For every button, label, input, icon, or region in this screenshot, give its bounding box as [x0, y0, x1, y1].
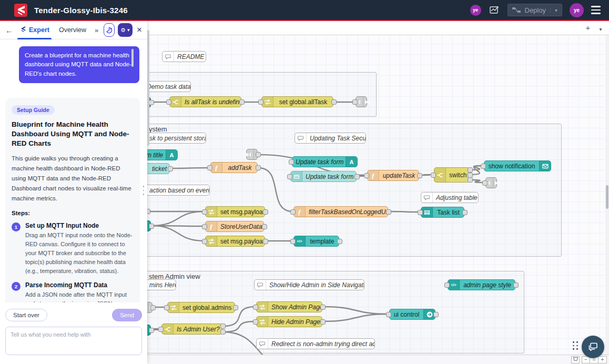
node-cmtupdating[interactable]: Updating Task Securely	[295, 133, 366, 144]
node-updtitle[interactable]: Update task form titleA	[292, 156, 358, 167]
scrollbar-thumb[interactable]	[606, 185, 608, 209]
node-port[interactable]	[202, 239, 207, 244]
node-cmtredirect[interactable]: Redirect is non-admin trying direct acce…	[256, 338, 375, 349]
node-storeuser[interactable]: ƒStoreUserData	[205, 221, 264, 232]
flowfuse-logo[interactable]	[14, 4, 27, 17]
node-cmtshowhide[interactable]: Show/Hide Admin in Side Navigation	[254, 279, 364, 290]
avatar-large[interactable]: ye	[570, 3, 584, 17]
node-port[interactable]	[149, 328, 154, 333]
node-showadmin[interactable]: Show Admin Page	[256, 301, 322, 312]
deploy-caret-icon[interactable]: ▾	[550, 7, 557, 13]
node-shownotif[interactable]: show notification	[484, 160, 551, 171]
settings-dropdown-button[interactable]: ⚙ ▾	[118, 23, 133, 37]
node-port[interactable]	[256, 165, 261, 170]
node-setadmins[interactable]: set global.admins	[167, 302, 235, 313]
panel-resize-grip[interactable]	[143, 186, 145, 195]
node-port[interactable]	[253, 305, 258, 310]
main-menu-icon[interactable]	[591, 6, 601, 14]
chat-scrollbar-thumb[interactable]	[131, 49, 134, 67]
node-addtask[interactable]: ƒaddTask	[210, 162, 258, 173]
node-port[interactable]	[289, 159, 294, 165]
node-alltask[interactable]: Is allTask is undefined	[169, 96, 241, 107]
node-readme[interactable]: README	[162, 51, 206, 62]
node-port[interactable]	[150, 305, 156, 310]
node-updatetask[interactable]: ƒupdateTask	[367, 170, 419, 181]
node-port[interactable]	[418, 210, 423, 215]
fab-drag-handle[interactable]	[573, 341, 578, 350]
usage-pie-button[interactable]	[104, 23, 114, 37]
node-hideadmin[interactable]: Hide Admin Page	[256, 316, 322, 327]
node-port[interactable]	[239, 99, 245, 105]
node-port[interactable]	[482, 180, 488, 186]
node-port[interactable]	[149, 100, 154, 105]
node-port[interactable]	[386, 312, 391, 317]
node-template[interactable]: </>template	[293, 236, 339, 247]
node-port[interactable]	[256, 152, 261, 157]
node-port[interactable]	[433, 312, 439, 317]
node-port[interactable]	[263, 239, 268, 244]
node-port[interactable]	[331, 99, 337, 105]
node-port[interactable]	[320, 305, 326, 310]
node-port[interactable]	[290, 239, 296, 244]
node-filter[interactable]: ƒfilterTaskBasedOnLoggedUser	[293, 206, 388, 217]
node-port[interactable]	[202, 209, 207, 215]
back-arrow-icon[interactable]: ←	[5, 26, 13, 35]
node-isadmin[interactable]: Is Admin User?	[161, 323, 222, 335]
node-port[interactable]	[513, 282, 519, 288]
node-port[interactable]	[202, 224, 207, 229]
node-port[interactable]	[444, 282, 450, 288]
node-port[interactable]	[149, 224, 154, 229]
node-updform[interactable]: Update task form	[290, 171, 357, 182]
navigator-button[interactable]	[571, 356, 580, 363]
assistant-chat-fab[interactable]	[582, 336, 604, 358]
node-port[interactable]	[364, 173, 369, 178]
tab-expert[interactable]: Expert	[16, 21, 53, 39]
node-port[interactable]	[481, 164, 486, 169]
node-port[interactable]	[354, 174, 360, 179]
node-port[interactable]	[166, 99, 171, 105]
node-port[interactable]	[352, 99, 358, 105]
node-port[interactable]	[287, 174, 292, 179]
node-port[interactable]	[468, 167, 473, 173]
node-port[interactable]	[386, 209, 391, 215]
node-port[interactable]	[158, 327, 164, 332]
node-port[interactable]	[468, 177, 473, 183]
avatar-small[interactable]: ye	[470, 5, 481, 16]
node-port[interactable]	[468, 173, 473, 178]
tab-overview[interactable]: Overview	[56, 21, 89, 39]
node-cmtadjust[interactable]: Adjusting table	[421, 192, 479, 203]
send-button[interactable]: Send	[112, 309, 142, 321]
node-setalltask[interactable]: set global.allTask	[261, 96, 333, 107]
node-port[interactable]	[290, 209, 296, 215]
node-port[interactable]	[262, 224, 267, 229]
deploy-button[interactable]: Deploy ▾	[508, 4, 563, 16]
add-flow-button[interactable]: +	[583, 23, 593, 33]
node-port[interactable]	[220, 323, 226, 329]
node-port[interactable]	[431, 173, 436, 178]
node-port[interactable]	[337, 239, 342, 244]
node-port[interactable]	[168, 166, 173, 171]
chat-input[interactable]	[5, 327, 142, 355]
zoom-in-button[interactable]: +	[598, 356, 607, 363]
node-port[interactable]	[462, 210, 468, 215]
close-panel-button[interactable]: ×	[136, 25, 143, 35]
flow-list-caret-button[interactable]: ▾	[595, 25, 606, 34]
node-port[interactable]	[220, 329, 226, 335]
node-set1[interactable]: set msg.payload	[205, 206, 265, 217]
node-port[interactable]	[417, 173, 422, 178]
start-over-button[interactable]: Start over	[5, 309, 47, 321]
node-port[interactable]	[233, 305, 238, 310]
node-set2[interactable]: set msg.payload	[205, 236, 265, 247]
node-tasklist[interactable]: Task list	[421, 207, 464, 218]
node-adminstyle[interactable]: </>admin page style	[448, 279, 515, 290]
node-port[interactable]	[320, 319, 326, 325]
node-port[interactable]	[258, 99, 263, 105]
node-uicontrol[interactable]: ui control	[389, 309, 435, 320]
pipeline-ai-icon[interactable]	[489, 4, 500, 16]
node-port[interactable]	[207, 165, 212, 170]
node-switch[interactable]: switch	[434, 167, 470, 183]
node-port[interactable]	[164, 305, 169, 310]
node-port[interactable]	[263, 209, 268, 215]
node-port[interactable]	[253, 319, 258, 325]
canvas-vertical-scrollbar[interactable]	[605, 35, 609, 355]
